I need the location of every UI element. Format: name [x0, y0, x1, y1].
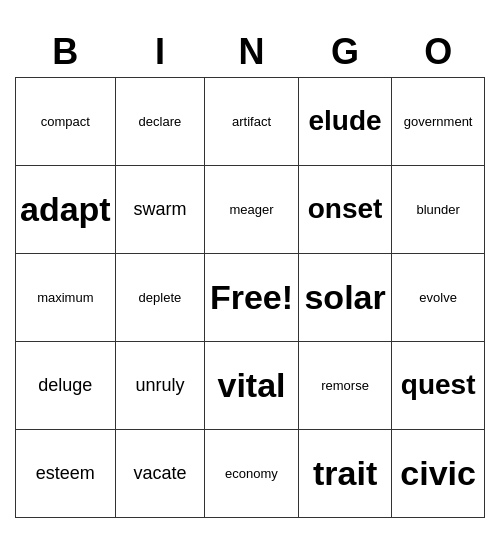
bingo-cell: declare	[115, 77, 204, 165]
header-letter: O	[392, 27, 485, 78]
cell-text: evolve	[419, 290, 457, 305]
bingo-cell: Free!	[205, 253, 299, 341]
cell-text: deluge	[38, 375, 92, 395]
cell-text: artifact	[232, 114, 271, 129]
cell-text: esteem	[36, 463, 95, 483]
cell-text: quest	[401, 369, 476, 400]
bingo-cell: onset	[298, 165, 391, 253]
bingo-cell: solar	[298, 253, 391, 341]
bingo-cell: blunder	[392, 165, 485, 253]
bingo-row: delugeunrulyvitalremorsequest	[16, 341, 485, 429]
bingo-cell: government	[392, 77, 485, 165]
bingo-cell: deluge	[16, 341, 116, 429]
cell-text: civic	[400, 454, 476, 492]
cell-text: onset	[308, 193, 383, 224]
cell-text: government	[404, 114, 473, 129]
bingo-cell: trait	[298, 429, 391, 517]
cell-text: vital	[217, 366, 285, 404]
bingo-row: maximumdepleteFree!solarevolve	[16, 253, 485, 341]
bingo-cell: adapt	[16, 165, 116, 253]
bingo-row: adaptswarmmeageronsetblunder	[16, 165, 485, 253]
cell-text: meager	[229, 202, 273, 217]
cell-text: solar	[304, 278, 385, 316]
bingo-cell: esteem	[16, 429, 116, 517]
cell-text: trait	[313, 454, 377, 492]
bingo-cell: civic	[392, 429, 485, 517]
cell-text: elude	[309, 105, 382, 136]
bingo-cell: unruly	[115, 341, 204, 429]
bingo-cell: economy	[205, 429, 299, 517]
cell-text: compact	[41, 114, 90, 129]
bingo-card: BINGO compactdeclareartifacteludegovernm…	[15, 27, 485, 518]
header-letter: N	[205, 27, 299, 78]
bingo-cell: remorse	[298, 341, 391, 429]
bingo-cell: swarm	[115, 165, 204, 253]
cell-text: deplete	[139, 290, 182, 305]
cell-text: Free!	[210, 278, 293, 316]
cell-text: swarm	[133, 199, 186, 219]
bingo-cell: artifact	[205, 77, 299, 165]
bingo-cell: meager	[205, 165, 299, 253]
bingo-cell: maximum	[16, 253, 116, 341]
cell-text: declare	[139, 114, 182, 129]
header-letter: B	[16, 27, 116, 78]
header-letter: G	[298, 27, 391, 78]
cell-text: unruly	[135, 375, 184, 395]
bingo-row: esteemvacateeconomytraitcivic	[16, 429, 485, 517]
cell-text: vacate	[133, 463, 186, 483]
bingo-cell: elude	[298, 77, 391, 165]
bingo-cell: vacate	[115, 429, 204, 517]
bingo-cell: vital	[205, 341, 299, 429]
bingo-cell: quest	[392, 341, 485, 429]
bingo-row: compactdeclareartifacteludegovernment	[16, 77, 485, 165]
header-letter: I	[115, 27, 204, 78]
bingo-cell: evolve	[392, 253, 485, 341]
bingo-cell: compact	[16, 77, 116, 165]
bingo-grid: compactdeclareartifacteludegovernmentada…	[16, 77, 485, 517]
cell-text: adapt	[20, 190, 111, 228]
cell-text: economy	[225, 466, 278, 481]
cell-text: maximum	[37, 290, 93, 305]
bingo-cell: deplete	[115, 253, 204, 341]
cell-text: remorse	[321, 378, 369, 393]
bingo-header: BINGO	[16, 27, 485, 78]
cell-text: blunder	[416, 202, 459, 217]
